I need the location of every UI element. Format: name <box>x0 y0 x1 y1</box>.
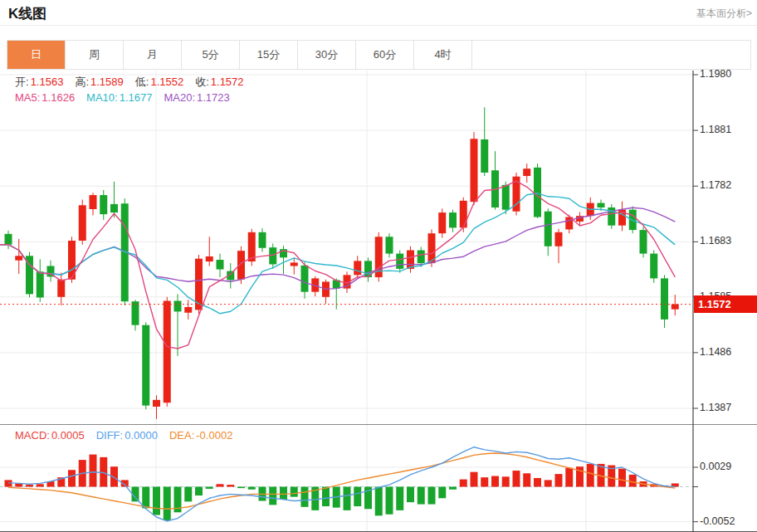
price-axis-label: 1.1980 <box>700 68 731 80</box>
macd-legend: MACD:0.0005DIFF:0.0000DEA:-0.0002 <box>15 429 244 442</box>
price-axis-label: 1.1387 <box>700 402 731 413</box>
legend-item: DEA:-0.0002 <box>169 429 232 442</box>
price-axis-label: 1.1486 <box>700 346 731 358</box>
price-axis-label: 1.1683 <box>700 235 731 246</box>
macd-axis-label: 0.0029 <box>700 461 731 472</box>
last-price-tag: 1.1572 <box>694 295 757 313</box>
legend-item: 开:1.1563 <box>15 76 63 88</box>
legend-item: MA10:1.1677 <box>86 91 152 104</box>
legend-item: 高:1.1589 <box>75 76 123 88</box>
ma-legend: MA5:1.1626MA10:1.1677MA20:1.1723 <box>15 91 242 104</box>
legend-item: 低:1.1552 <box>135 76 183 88</box>
legend-item: DIFF:0.0000 <box>96 429 158 442</box>
legend-item: 收:1.1572 <box>195 76 243 88</box>
ohlc-legend: 开:1.1563高:1.1589低:1.1552收:1.1572 <box>15 75 256 90</box>
kline-page: K线图 基本面分析> 日周月5分15分30分60分4时 1.19801.1881… <box>0 0 757 532</box>
macd-axis-label: -0.0052 <box>700 515 735 527</box>
price-axis-label: 1.1782 <box>700 179 731 191</box>
legend-item: MA20:1.1723 <box>164 91 229 104</box>
legend-item: MA5:1.1626 <box>15 91 75 104</box>
legend-item: MACD:0.0005 <box>15 429 85 442</box>
price-axis-label: 1.1881 <box>700 124 731 135</box>
